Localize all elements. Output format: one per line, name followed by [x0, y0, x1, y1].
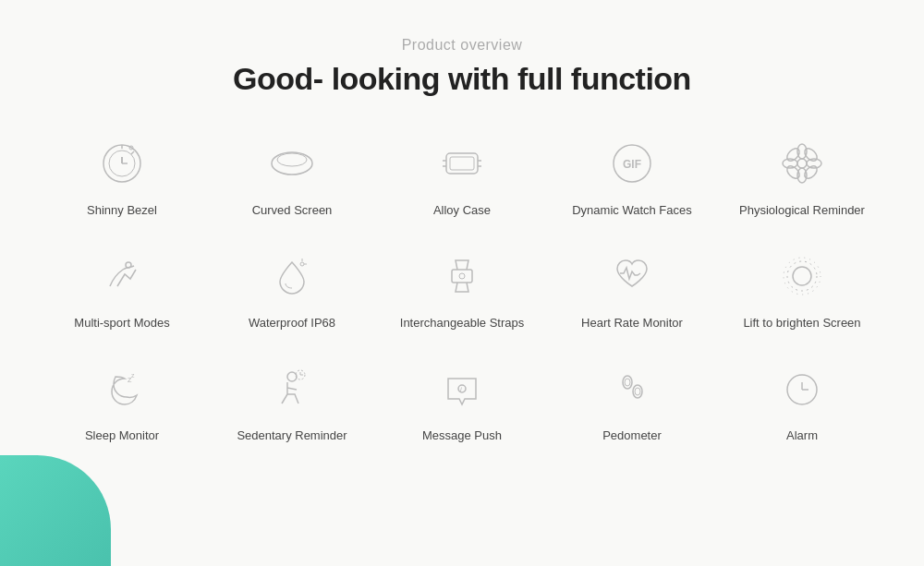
- multi-sport-modes-icon: [92, 247, 152, 306]
- heart-rate-monitor-icon: [602, 247, 662, 306]
- heart-rate-monitor-label: Heart Rate Monitor: [581, 315, 683, 331]
- feature-item-alloy-case: Alloy Case: [377, 125, 547, 228]
- alarm-label: Alarm: [786, 428, 818, 444]
- svg-point-17: [797, 159, 807, 168]
- multi-sport-modes-label: Multi-sport Modes: [74, 315, 169, 331]
- dynamic-watch-faces-label: Dynamic Watch Faces: [572, 202, 692, 219]
- feature-item-interchangeable-straps: Interchangeable Straps: [377, 237, 547, 341]
- feature-item-multi-sport-modes: Multi-sport Modes: [37, 237, 207, 341]
- svg-line-3: [131, 151, 134, 154]
- sleep-monitor-label: Sleep Monitor: [85, 428, 159, 444]
- shinny-bezel-label: Shinny Bezel: [87, 202, 157, 219]
- alloy-case-label: Alloy Case: [433, 202, 491, 219]
- curved-screen-icon: [262, 134, 322, 193]
- svg-point-34: [784, 258, 821, 295]
- subtitle: Product overview: [402, 37, 523, 54]
- message-push-label: Message Push: [422, 428, 502, 444]
- dynamic-watch-faces-icon: GIF: [602, 134, 662, 193]
- feature-item-physiological-reminder: Physiological Reminder: [717, 125, 887, 228]
- main-container: Product overview Good- looking with full…: [0, 0, 924, 566]
- physiological-reminder-icon: [772, 134, 832, 193]
- svg-point-31: [459, 273, 465, 279]
- features-grid: Shinny Bezel Curved Screen Alloy Case GI…: [37, 125, 887, 454]
- shinny-bezel-icon: [92, 134, 152, 193]
- feature-item-pedometer: Pedometer: [547, 350, 717, 453]
- feature-item-waterproof-ip68: Waterproof IP68: [207, 237, 377, 341]
- alarm-icon: [772, 359, 832, 418]
- pedometer-label: Pedometer: [602, 428, 662, 444]
- alloy-case-icon: [432, 134, 492, 193]
- feature-item-alarm: Alarm: [717, 350, 887, 453]
- svg-text:GIF: GIF: [623, 158, 641, 171]
- feature-item-message-push: i Message Push: [377, 350, 547, 453]
- svg-point-44: [625, 379, 630, 386]
- svg-point-46: [635, 388, 640, 395]
- svg-point-27: [300, 262, 304, 266]
- feature-item-sedentary-reminder: Sedentary Reminder: [207, 350, 377, 453]
- svg-point-8: [277, 153, 307, 166]
- svg-text:z: z: [131, 372, 135, 379]
- feature-item-lift-to-brighten: Lift to brighten Screen: [717, 237, 887, 341]
- feature-item-heart-rate-monitor: Heart Rate Monitor: [547, 237, 717, 341]
- lift-to-brighten-label: Lift to brighten Screen: [743, 315, 860, 331]
- svg-point-7: [272, 152, 312, 175]
- svg-rect-30: [452, 270, 472, 283]
- svg-point-33: [787, 261, 817, 291]
- sedentary-reminder-icon: [262, 359, 322, 418]
- curved-screen-label: Curved Screen: [252, 202, 333, 219]
- sleep-monitor-icon: z z: [92, 359, 152, 418]
- sedentary-reminder-label: Sedentary Reminder: [237, 428, 346, 444]
- svg-text:i: i: [460, 385, 462, 393]
- interchangeable-straps-icon: [432, 247, 492, 306]
- message-push-icon: i: [432, 359, 492, 418]
- svg-rect-10: [450, 157, 474, 170]
- lift-to-brighten-icon: [772, 247, 832, 306]
- pedometer-icon: [602, 359, 662, 418]
- svg-point-32: [793, 267, 811, 285]
- main-title: Good- looking with full function: [233, 61, 691, 97]
- feature-item-sleep-monitor: z z Sleep Monitor: [37, 350, 207, 453]
- waterproof-ip68-label: Waterproof IP68: [249, 315, 335, 331]
- interchangeable-straps-label: Interchangeable Straps: [400, 315, 524, 331]
- svg-rect-9: [446, 153, 478, 174]
- feature-item-curved-screen: Curved Screen: [207, 125, 377, 228]
- physiological-reminder-label: Physiological Reminder: [739, 202, 865, 219]
- feature-item-shinny-bezel: Shinny Bezel: [37, 125, 207, 228]
- svg-point-37: [287, 372, 297, 381]
- feature-item-dynamic-watch-faces: GIF Dynamic Watch Faces: [547, 125, 717, 228]
- waterproof-ip68-icon: [262, 247, 322, 306]
